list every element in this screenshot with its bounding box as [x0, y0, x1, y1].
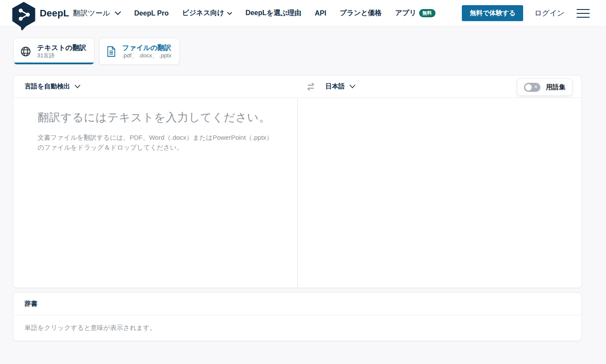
tab-title: テキストの翻訳: [37, 43, 86, 53]
brand-switcher[interactable]: DeepL 翻訳ツール: [40, 8, 121, 19]
toggle-knob: [525, 84, 532, 91]
nav-label: アプリ: [395, 9, 416, 18]
top-navigation-bar: DeepL 翻訳ツール DeepL Pro ビジネス向け DeepLを選ぶ理由 …: [0, 0, 606, 27]
chevron-down-icon: [349, 85, 356, 88]
dictionary-panel: 辞書 単語をクリックすると意味が表示されます。: [13, 292, 582, 341]
language-bar: 言語を自動検出 日本語 ✕ 用語集: [13, 75, 581, 98]
translation-mode-tabs: テキストの翻訳 31言語 ファイルの翻訳 .pdf、 .docx、 .pptx: [13, 38, 606, 65]
chevron-down-icon: [74, 85, 81, 88]
globe-icon: [20, 46, 32, 57]
input-placeholder-title: 翻訳するにはテキストを入力してください。: [38, 110, 280, 125]
nav-item-pricing[interactable]: プランと価格: [340, 9, 382, 18]
source-language-selector[interactable]: 言語を自動検出: [25, 82, 81, 91]
free-badge: 無料: [419, 9, 436, 17]
glossary-label: 用語集: [546, 83, 565, 91]
source-language-label: 言語を自動検出: [25, 82, 70, 91]
nav-label: プランと価格: [340, 9, 382, 18]
nav-item-business[interactable]: ビジネス向け: [182, 9, 232, 18]
input-placeholder-body: 文書ファイルを翻訳するには、PDF、Word（.docx）またはPowerPoi…: [38, 132, 277, 153]
brand-name: DeepL: [40, 8, 69, 19]
translator-panel: 言語を自動検出 日本語 ✕ 用語集: [13, 75, 582, 288]
nav-label: ビジネス向け: [182, 9, 224, 18]
main-nav: DeepL Pro ビジネス向け DeepLを選ぶ理由 API プランと価格 ア…: [134, 9, 436, 18]
chevron-down-icon: [227, 12, 232, 15]
nav-label: API: [315, 9, 326, 17]
swap-languages-button[interactable]: [298, 75, 324, 98]
try-for-free-button[interactable]: 無料で体験する: [462, 5, 523, 21]
nav-item-apps[interactable]: アプリ 無料: [395, 9, 435, 18]
nav-item-why-deepl[interactable]: DeepLを選ぶ理由: [246, 9, 302, 18]
document-icon: [106, 46, 117, 57]
glossary-toggle-switch[interactable]: ✕: [524, 83, 540, 92]
nav-label: DeepLを選ぶ理由: [246, 9, 302, 18]
tab-title: ファイルの翻訳: [122, 43, 171, 53]
login-link[interactable]: ログイン: [534, 8, 565, 18]
translation-panes: 翻訳するにはテキストを入力してください。 文書ファイルを翻訳するには、PDF、W…: [13, 98, 581, 288]
nav-item-api[interactable]: API: [315, 9, 326, 17]
dictionary-hint: 単語をクリックすると意味が表示されます。: [13, 315, 581, 341]
target-language-label: 日本語: [325, 82, 345, 91]
hamburger-menu-icon[interactable]: [576, 7, 590, 19]
tab-subtitle: 31言語: [37, 52, 86, 60]
deepl-logo-icon[interactable]: [11, 1, 37, 31]
nav-item-deepl-pro[interactable]: DeepL Pro: [134, 9, 169, 17]
tab-text-translation[interactable]: テキストの翻訳 31言語: [13, 38, 95, 65]
chevron-down-icon: [114, 11, 121, 15]
source-text-input[interactable]: 翻訳するにはテキストを入力してください。 文書ファイルを翻訳するには、PDF、W…: [13, 98, 298, 288]
nav-label: DeepL Pro: [134, 9, 169, 17]
dictionary-title: 辞書: [13, 293, 581, 315]
target-text-output: [298, 98, 581, 288]
tab-subtitle: .pdf、 .docx、 .pptx: [122, 52, 171, 60]
brand-product-label: 翻訳ツール: [73, 8, 110, 18]
toggle-off-x-icon: ✕: [534, 85, 538, 89]
tab-file-translation[interactable]: ファイルの翻訳 .pdf、 .docx、 .pptx: [99, 38, 180, 65]
glossary-control[interactable]: ✕ 用語集: [517, 78, 572, 96]
target-language-selector[interactable]: 日本語: [325, 82, 356, 91]
header-actions: 無料で体験する ログイン: [462, 5, 606, 21]
